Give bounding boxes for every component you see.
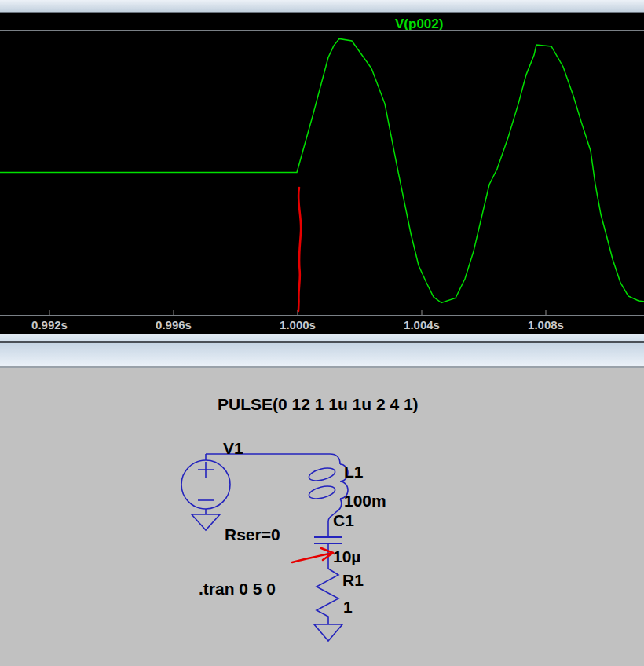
l1-value-label[interactable]: 100m [344, 492, 386, 510]
ltspice-window: { "window": { "plot_pane_bg": "#000000",… [0, 0, 644, 666]
ground-symbol-r1[interactable] [314, 624, 342, 641]
x-tick-label: 0.992s [16, 318, 82, 331]
trace-group [0, 38, 644, 315]
r1-resistor-symbol[interactable] [317, 569, 338, 624]
l1-ref-label[interactable]: L1 [344, 463, 364, 481]
v1-ref-label[interactable]: V1 [223, 440, 243, 457]
tran-directive-text[interactable]: .tran 0 5 0 [199, 580, 276, 598]
r1-value-label[interactable]: 1 [343, 598, 353, 616]
v1-plus-sign [198, 462, 214, 478]
x-tick-label: 1.000s [265, 318, 331, 331]
x-tick-label: 1.008s [513, 318, 579, 331]
v1-source-function-text[interactable]: PULSE(0 12 1 1u 1u 2 4 1) [218, 396, 419, 413]
c1-capacitor-symbol[interactable] [314, 537, 342, 543]
waveform-plot-window[interactable]: V(p002) 0.992s0.996s1.000s1.004s1.008s [0, 13, 644, 334]
window-chrome-top [0, 0, 644, 13]
waveform-plot-pane[interactable] [0, 13, 644, 334]
x-tick-label: 1.004s [389, 318, 455, 331]
window-splitter-bar[interactable] [0, 343, 644, 366]
v1-rser-text[interactable]: Rser=0 [225, 526, 280, 543]
ground-symbol-v1[interactable] [192, 514, 220, 530]
r1-ref-label[interactable]: R1 [342, 572, 364, 589]
annotation-red-line [298, 188, 301, 311]
status-strip [0, 334, 644, 341]
annotation-red-arrow [292, 548, 333, 562]
waveform-trace [0, 38, 644, 302]
x-tick-label: 0.996s [141, 318, 207, 331]
schematic-canvas[interactable]: PULSE(0 12 1 1u 1u 2 4 1) V1 Rser=0 .tra… [0, 368, 644, 666]
c1-ref-label[interactable]: C1 [333, 512, 354, 529]
c1-value-label[interactable]: 10µ [333, 548, 360, 565]
